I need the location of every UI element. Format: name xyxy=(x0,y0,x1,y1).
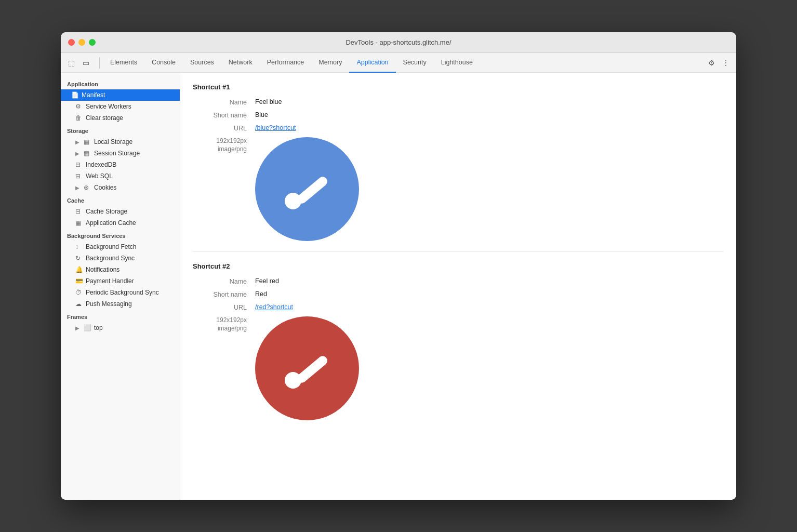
tab-memory[interactable]: Memory xyxy=(311,53,349,73)
shortcut1-image-type: image/png xyxy=(218,145,247,153)
main-panel: Shortcut #1 Name Feel blue Short name Bl… xyxy=(180,73,736,500)
trash-icon: 🗑 xyxy=(75,114,83,122)
shortcut2-url-value[interactable]: /red?shortcut xyxy=(255,303,293,311)
shortcut1-shortname-value: Blue xyxy=(255,111,268,118)
sidebar-item-top[interactable]: ▶ ⬜ top xyxy=(61,322,180,334)
sidebar-item-manifest[interactable]: 📄 Manifest xyxy=(61,89,180,101)
application-cache-icon: ▦ xyxy=(75,219,83,227)
cache-storage-icon: ⊟ xyxy=(75,208,83,215)
devtools-window: DevTools - app-shortcuts.glitch.me/ ⬚ ▭ … xyxy=(61,32,736,500)
more-icon[interactable]: ⋮ xyxy=(720,57,732,69)
shortcut1-shortname-label: Short name xyxy=(193,111,255,119)
gear-icon: ⚙ xyxy=(75,103,83,110)
tabs-bar: ⬚ ▭ Elements Console Sources Network Per… xyxy=(61,53,736,73)
tab-elements[interactable]: Elements xyxy=(103,53,144,73)
background-sync-icon: ↻ xyxy=(75,255,83,262)
tab-sources[interactable]: Sources xyxy=(183,53,221,73)
sidebar-item-payment-handler-label: Payment Handler xyxy=(86,277,134,285)
cursor-icon[interactable]: ⬚ xyxy=(65,57,77,69)
local-storage-icon: ▦ xyxy=(84,138,91,145)
sidebar-item-payment-handler[interactable]: 💳 Payment Handler xyxy=(61,275,180,287)
settings-icon[interactable]: ⚙ xyxy=(705,57,718,69)
sidebar-item-application-cache-label: Application Cache xyxy=(86,219,136,227)
cookies-icon: ⊛ xyxy=(84,184,91,191)
shortcut2-name-label: Name xyxy=(193,277,255,285)
sidebar-item-local-storage[interactable]: ▶ ▦ Local Storage xyxy=(61,136,180,148)
sidebar-item-web-sql[interactable]: ⊟ Web SQL xyxy=(61,170,180,182)
traffic-lights xyxy=(68,39,96,46)
tab-console[interactable]: Console xyxy=(144,53,183,73)
session-storage-icon: ▦ xyxy=(84,150,91,157)
shortcut2-shortname-row: Short name Red xyxy=(193,290,724,298)
shortcut2-image-size: 192x192px xyxy=(216,316,247,324)
shortcut1-image-preview xyxy=(255,137,359,241)
sidebar-item-cookies[interactable]: ▶ ⊛ Cookies xyxy=(61,182,180,193)
shortcut1-image-size: 192x192px xyxy=(216,137,247,144)
content-area: Application 📄 Manifest ⚙ Service Workers… xyxy=(61,73,736,500)
shortcut2-section: Shortcut #2 Name Feel red Short name Red… xyxy=(193,252,724,420)
brush-svg-blue xyxy=(278,161,336,218)
payment-handler-icon: 💳 xyxy=(75,277,83,285)
maximize-button[interactable] xyxy=(89,39,96,46)
push-messaging-icon: ☁ xyxy=(75,300,83,308)
svg-point-3 xyxy=(285,372,301,389)
sidebar-item-notifications[interactable]: 🔔 Notifications xyxy=(61,264,180,275)
sidebar-section-storage: Storage xyxy=(61,124,180,136)
sidebar-item-notifications-label: Notifications xyxy=(86,266,119,273)
indexeddb-icon: ⊟ xyxy=(75,161,83,168)
sidebar-item-clear-storage[interactable]: 🗑 Clear storage xyxy=(61,112,180,124)
sidebar-item-push-messaging[interactable]: ☁ Push Messaging xyxy=(61,298,180,310)
brush-svg-red xyxy=(278,340,336,397)
expand-icon: ▶ xyxy=(75,325,81,331)
sidebar-section-bg-services: Background Services xyxy=(61,229,180,241)
tab-icons: ⬚ ▭ xyxy=(65,57,92,69)
shortcut2-url-label: URL xyxy=(193,303,255,311)
shortcut2-shortname-value: Red xyxy=(255,290,267,298)
sidebar-item-push-messaging-label: Push Messaging xyxy=(86,300,132,308)
sidebar-item-background-sync-label: Background Sync xyxy=(86,255,135,262)
minimize-button[interactable] xyxy=(78,39,85,46)
shortcut1-name-label: Name xyxy=(193,98,255,106)
sidebar-item-cache-storage[interactable]: ⊟ Cache Storage xyxy=(61,206,180,217)
shortcut2-title: Shortcut #2 xyxy=(193,260,724,270)
sidebar-item-background-fetch[interactable]: ↕ Background Fetch xyxy=(61,241,180,252)
window-title: DevTools - app-shortcuts.glitch.me/ xyxy=(346,38,451,46)
tab-application[interactable]: Application xyxy=(349,53,395,73)
shortcut1-shortname-row: Short name Blue xyxy=(193,111,724,119)
sidebar-item-top-label: top xyxy=(94,324,103,331)
device-icon[interactable]: ▭ xyxy=(79,57,92,69)
sidebar-section-frames: Frames xyxy=(61,310,180,322)
sidebar-item-cache-storage-label: Cache Storage xyxy=(86,208,127,215)
shortcut2-url-row: URL /red?shortcut xyxy=(193,303,724,311)
shortcut2-name-row: Name Feel red xyxy=(193,277,724,285)
tab-security[interactable]: Security xyxy=(396,53,434,73)
tab-lighthouse[interactable]: Lighthouse xyxy=(434,53,480,73)
shortcut1-image-area: 192x192px image/png xyxy=(193,137,724,241)
sidebar-section-application: Application xyxy=(61,77,180,89)
expand-icon: ▶ xyxy=(75,151,81,156)
shortcut1-image-meta: 192x192px image/png xyxy=(193,137,255,153)
sidebar-item-local-storage-label: Local Storage xyxy=(94,138,132,145)
sidebar-item-web-sql-label: Web SQL xyxy=(86,172,113,180)
sidebar-item-application-cache[interactable]: ▦ Application Cache xyxy=(61,217,180,229)
sidebar-item-session-storage[interactable]: ▶ ▦ Session Storage xyxy=(61,148,180,159)
sidebar-item-periodic-background-sync[interactable]: ⏱ Periodic Background Sync xyxy=(61,287,180,298)
expand-icon: ▶ xyxy=(75,139,81,145)
sidebar-item-background-sync[interactable]: ↻ Background Sync xyxy=(61,252,180,264)
sidebar-item-indexeddb[interactable]: ⊟ IndexedDB xyxy=(61,159,180,170)
tab-network[interactable]: Network xyxy=(221,53,260,73)
shortcut1-url-row: URL /blue?shortcut xyxy=(193,124,724,132)
sidebar-item-session-storage-label: Session Storage xyxy=(94,150,140,157)
shortcut1-title: Shortcut #1 xyxy=(193,81,724,91)
sidebar-item-cookies-label: Cookies xyxy=(94,184,116,191)
sidebar-item-periodic-bg-sync-label: Periodic Background Sync xyxy=(86,289,159,296)
tab-performance[interactable]: Performance xyxy=(260,53,312,73)
shortcut2-image-preview xyxy=(255,316,359,420)
sidebar-item-indexeddb-label: IndexedDB xyxy=(86,161,116,168)
sidebar-item-service-workers[interactable]: ⚙ Service Workers xyxy=(61,101,180,112)
tabs-list: Elements Console Sources Network Perform… xyxy=(103,53,705,73)
shortcut1-url-value[interactable]: /blue?shortcut xyxy=(255,124,296,131)
divider xyxy=(99,57,100,69)
close-button[interactable] xyxy=(68,39,75,46)
shortcut1-name-value: Feel blue xyxy=(255,98,282,105)
